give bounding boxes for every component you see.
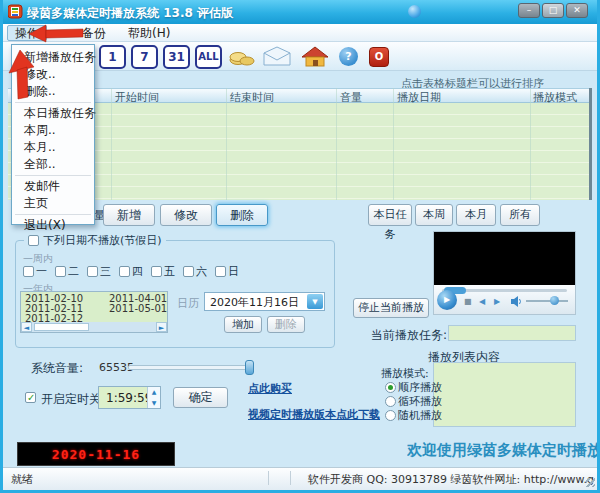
calendar-31-icon[interactable]: 31 (163, 45, 190, 69)
weekday-item[interactable]: 四 (119, 264, 143, 279)
delete-button[interactable]: 删除 (216, 204, 268, 226)
menu-item-send-email[interactable]: 发邮件 (12, 178, 94, 195)
weekday-item[interactable]: 二 (55, 264, 79, 279)
add-button[interactable]: 新增 (103, 204, 155, 226)
menu-item-modify[interactable]: 修改.. (12, 66, 94, 83)
play-icon[interactable]: ▶ (437, 290, 457, 310)
column-divider (111, 88, 112, 200)
weekday-checkbox[interactable] (55, 266, 66, 277)
weekday-checkbox[interactable] (151, 266, 162, 277)
calendar-combobox-value: 2020年11月16日 (210, 295, 299, 310)
weekday-item[interactable]: 日 (215, 264, 239, 279)
radio-icon[interactable] (385, 410, 396, 421)
calendar-1-icon[interactable]: 1 (99, 45, 126, 69)
calendar-all-icon[interactable]: ALL (195, 45, 222, 69)
maximize-button[interactable]: □ (542, 3, 564, 18)
column-divider (226, 88, 227, 200)
spinner-arrows[interactable]: ▲ ▼ (147, 387, 160, 408)
weekday-checkbox[interactable] (23, 266, 34, 277)
menu-item-this-week[interactable]: 本周.. (12, 122, 94, 139)
weekday-checkbox-row: 一 二 三 四 五 六 日 (23, 264, 239, 279)
coins-icon[interactable] (229, 48, 255, 66)
welcome-marquee: 欢迎使用绿茵多媒体定时播放系统 (407, 441, 600, 461)
mode-loop[interactable]: 循环播放 (385, 394, 442, 409)
mode-random[interactable]: 随机播放 (385, 408, 442, 423)
table-row (8, 187, 591, 199)
calendar-combobox[interactable]: 2020年11月16日 ▼ (204, 292, 325, 311)
ok-button[interactable]: 确定 (173, 387, 228, 408)
date-item[interactable]: 2011-05-01 (109, 303, 167, 314)
chevron-down-icon[interactable]: ▼ (307, 294, 323, 309)
date-add-button[interactable]: 增加 (224, 316, 262, 333)
holiday-checkbox[interactable] (28, 235, 39, 246)
date-remove-button[interactable]: 删除 (267, 316, 305, 333)
menu-item-today-tasks[interactable]: 本日播放任务 (12, 105, 94, 122)
menu-item-this-month[interactable]: 本月.. (12, 139, 94, 156)
scroll-right-icon[interactable]: ► (156, 322, 167, 332)
app-window: 绿茵多媒体定时播放系统 13.8 评估版 – □ ✕ 操作 备份 帮助(H) 1… (0, 0, 600, 493)
column-divider (530, 88, 531, 200)
mode-sequential[interactable]: 顺序播放 (385, 380, 442, 395)
weekday-checkbox[interactable] (183, 266, 194, 277)
stop-icon[interactable]: ■ (464, 297, 472, 306)
today-tasks-button[interactable]: 本日任务 (368, 204, 412, 226)
shutdown-time-spinner[interactable]: 1:59:59 ▲ ▼ (98, 386, 161, 409)
menu-separator (15, 214, 91, 215)
weekday-item[interactable]: 一 (23, 264, 47, 279)
spin-up-icon[interactable]: ▲ (148, 387, 160, 398)
home-icon[interactable] (300, 45, 330, 68)
volume-bar-knob[interactable] (550, 296, 559, 305)
volume-bar-track[interactable] (526, 300, 568, 302)
menu-item-new-task[interactable]: 新增播放任务 (12, 49, 94, 66)
menu-item-exit[interactable]: 退出(X) (12, 217, 94, 234)
weekday-checkbox[interactable] (87, 266, 98, 277)
playlist-box[interactable] (433, 362, 576, 427)
weekday-item[interactable]: 五 (151, 264, 175, 279)
calendar-7-icon[interactable]: 7 (131, 45, 158, 69)
weekday-checkbox[interactable] (119, 266, 130, 277)
menu-item-all[interactable]: 全部.. (12, 156, 94, 173)
next-icon[interactable]: ▶ (494, 297, 500, 306)
spin-down-icon[interactable]: ▼ (148, 398, 160, 409)
volume-slider-handle[interactable] (245, 360, 254, 375)
previous-icon[interactable]: ◀ (479, 297, 485, 306)
weekday-item[interactable]: 六 (183, 264, 207, 279)
holiday-title: 下列日期不播放(节假日) (24, 233, 166, 248)
this-week-button[interactable]: 本周 (415, 204, 453, 226)
weekday-item[interactable]: 三 (87, 264, 111, 279)
column-divider (393, 88, 394, 200)
speaker-icon[interactable] (510, 295, 523, 308)
table-row (8, 163, 591, 175)
scroll-thumb[interactable] (34, 323, 89, 331)
all-tasks-button[interactable]: 所有 (500, 204, 540, 226)
holiday-date-list[interactable]: 2011-02-10 2011-02-11 2011-02-12 2011-04… (20, 291, 168, 333)
stop-playback-button[interactable]: 停止当前播放 (353, 298, 429, 318)
menu-help[interactable]: 帮助(H) (121, 25, 177, 41)
radio-selected-icon[interactable] (385, 382, 396, 393)
minimize-button[interactable]: – (518, 3, 540, 18)
radio-icon[interactable] (385, 396, 396, 407)
buy-link[interactable]: 点此购买 (248, 381, 292, 396)
volume-slider-track[interactable] (128, 365, 254, 370)
table-header[interactable]: 开始时间 结束时间 音量 播放日期 播放模式 (8, 88, 591, 103)
mail-icon[interactable] (263, 46, 292, 67)
app-icon (8, 4, 23, 19)
this-month-button[interactable]: 本月 (456, 204, 496, 226)
weekday-checkbox[interactable] (215, 266, 226, 277)
table-scrollbar[interactable] (589, 88, 592, 200)
menu-item-delete[interactable]: 删除.. (12, 83, 94, 100)
menu-operate[interactable]: 操作 (7, 25, 47, 41)
menu-item-homepage[interactable]: 主页 (12, 195, 94, 212)
download-link[interactable]: 视频定时播放版本点此下载 (248, 407, 380, 422)
horizontal-scrollbar[interactable]: ◄ ► (21, 322, 167, 332)
resize-grip[interactable] (586, 478, 595, 487)
shutdown-checkbox[interactable] (25, 392, 36, 403)
help-icon[interactable]: ? (339, 47, 358, 66)
scroll-left-icon[interactable]: ◄ (21, 322, 32, 332)
status-ready: 就绪 (11, 472, 33, 487)
close-button[interactable]: ✕ (566, 3, 588, 18)
modify-button[interactable]: 修改 (160, 204, 212, 226)
power-icon[interactable]: O (369, 47, 389, 67)
menu-backup[interactable]: 备份 (75, 25, 113, 41)
holiday-title-label: 下列日期不播放(节假日) (43, 233, 162, 248)
